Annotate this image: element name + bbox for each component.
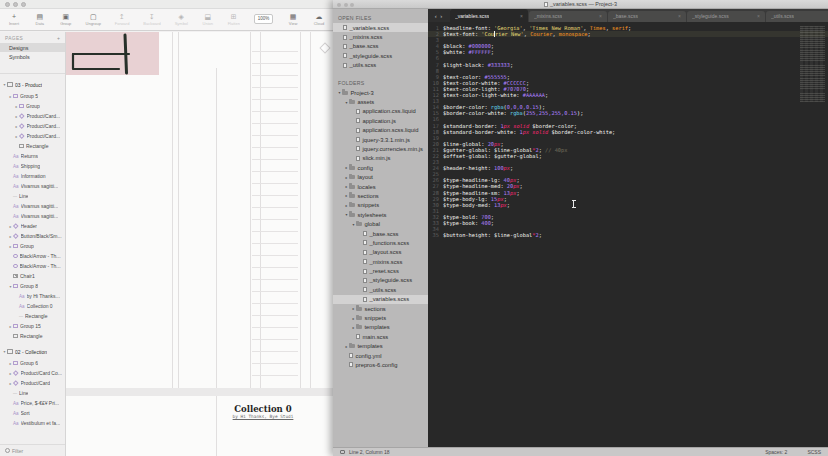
data-button[interactable]: ▤Data xyxy=(34,13,46,26)
close-window-button[interactable] xyxy=(5,2,10,7)
code-area[interactable]: 1$headline-font: 'Georgia', 'Times New R… xyxy=(428,22,828,447)
code-line-35[interactable]: 35$button-height: $line-global*2; xyxy=(428,232,828,238)
collection-text-block[interactable]: Collection 0 by Hi Thanks, Bye Studi xyxy=(213,404,313,419)
layer-group-6[interactable]: ▸Group 6 xyxy=(0,358,65,368)
layer-product-card[interactable]: ▸Product/Card... xyxy=(0,111,65,121)
backward-button[interactable]: ↧Backward xyxy=(143,13,161,26)
editor-window-controls[interactable] xyxy=(337,3,354,7)
layer-line[interactable]: —Line xyxy=(0,191,65,201)
disclosure-closed-icon[interactable]: ▸ xyxy=(8,224,13,229)
layer-product-card[interactable]: ▸Product/Card... xyxy=(0,121,65,131)
file-prepros-6-config[interactable]: prepros-6.config xyxy=(333,360,428,369)
forward-button[interactable]: ↥Forward xyxy=(115,13,130,26)
layers-filter[interactable]: Filter xyxy=(0,444,65,456)
layer-group-8[interactable]: ▾Group 8 xyxy=(0,281,65,291)
file-application-js[interactable]: application.js xyxy=(333,116,428,125)
folder-project-3[interactable]: ▾Project-3 xyxy=(333,88,428,97)
file-slick-min-js[interactable]: slick.min.js xyxy=(333,154,428,163)
zoom-level-button[interactable]: 100% xyxy=(254,14,274,24)
ungroup-button[interactable]: ▢Ungroup xyxy=(86,13,101,26)
layer-product-card[interactable]: ▸Product/Card xyxy=(0,378,65,388)
insert-button[interactable]: +Insert xyxy=(8,13,20,26)
open-file-utils-scss[interactable]: _utils.scss xyxy=(333,61,428,70)
indentation-setting[interactable]: Spaces: 2 xyxy=(765,449,787,455)
file-mixins-scss[interactable]: _mixins.scss xyxy=(333,257,428,266)
file-application-scss-liquid[interactable]: application.scss.liquid xyxy=(333,126,428,135)
folder-templates[interactable]: ▸templates xyxy=(333,342,428,351)
close-tab-icon[interactable]: × xyxy=(517,13,523,19)
file-jquery-currencies-min-js[interactable]: jquery.currencies.min.js xyxy=(333,144,428,153)
layer-02-collection[interactable]: ▾02 - Collection xyxy=(0,345,65,358)
tab-base-scss[interactable]: _base.scss× xyxy=(608,11,686,23)
tab-variables-scss[interactable]: _variables.scss× xyxy=(450,9,528,22)
file-main-scss[interactable]: main.scss xyxy=(333,332,428,341)
folder-locales[interactable]: ▸locales xyxy=(333,182,428,191)
folder-global[interactable]: ▾global xyxy=(333,219,428,228)
layer-header[interactable]: ▸Header xyxy=(0,221,65,231)
layer-03-product[interactable]: ▾03 - Product xyxy=(0,78,65,91)
cloud-button[interactable]: ☁Cloud xyxy=(313,13,325,26)
file-application-css-liquid[interactable]: application.css.liquid xyxy=(333,107,428,116)
file-utils-scss[interactable]: _utils.scss xyxy=(333,285,428,294)
layer-product-card-co[interactable]: ▸Product/Card Co... xyxy=(0,368,65,378)
flatten-button[interactable]: ⊞Flatten xyxy=(228,13,240,26)
open-file-mixins-scss[interactable]: _mixins.scss xyxy=(333,32,428,41)
disclosure-closed-icon[interactable]: ▸ xyxy=(8,371,13,376)
layer-by-hi-thanks[interactable]: Aaby Hi Thanks... xyxy=(0,291,65,301)
file-styleguide-scss[interactable]: _styleguide.scss xyxy=(333,276,428,285)
layer-sort[interactable]: AaSort xyxy=(0,408,65,418)
open-file-variables-scss[interactable]: _variables.scss xyxy=(333,23,428,32)
zoom-window-button[interactable] xyxy=(350,3,354,7)
layer-price-pri[interactable]: AaPrice, $-€£¥ Pri... xyxy=(0,398,65,408)
tab-styleguide-scss[interactable]: _styleguide.scss× xyxy=(687,11,765,23)
disclosure-closed-icon[interactable]: ▸ xyxy=(8,234,13,239)
layer-vivamus-sagitti[interactable]: AaVivamus sagitti... xyxy=(0,181,65,191)
tab-utils-scss[interactable]: _utils.scss× xyxy=(766,11,828,23)
union-button[interactable]: ⬓Union xyxy=(202,13,214,26)
minimize-window-button[interactable] xyxy=(344,3,348,7)
layer-collection-0[interactable]: AaCollection 0 xyxy=(0,301,65,311)
layer-rectangle[interactable]: —Rectangle xyxy=(0,311,65,321)
file-functions-scss[interactable]: _functions.scss xyxy=(333,238,428,247)
folder-sections[interactable]: ▸sections xyxy=(333,191,428,200)
layer-information[interactable]: AaInformation xyxy=(0,171,65,181)
layer-black-arrow-th[interactable]: Black/Arrow - Th... xyxy=(0,261,65,271)
disclosure-closed-icon[interactable]: ▸ xyxy=(14,134,19,139)
open-file-base-scss[interactable]: _base.scss xyxy=(333,42,428,51)
layer-vestibulum-et-fa[interactable]: AaVestibulum et fa... xyxy=(0,418,65,428)
disclosure-closed-icon[interactable]: ▸ xyxy=(14,114,19,119)
close-tab-icon[interactable]: × xyxy=(675,13,681,19)
create-symbol-button[interactable]: ◈Symbol xyxy=(175,13,188,26)
hero-pink-block[interactable] xyxy=(66,32,159,75)
layer-rectangle[interactable]: Rectangle xyxy=(0,331,65,341)
view-button[interactable]: ▦View xyxy=(287,13,299,26)
layer-rectangle[interactable]: Rectangle xyxy=(0,141,65,151)
layer-chair1[interactable]: Chair1 xyxy=(0,271,65,281)
page-item-symbols[interactable]: Symbols xyxy=(0,52,65,61)
file-layout-scss[interactable]: _layout.scss xyxy=(333,248,428,257)
layer-black-arrow-th[interactable]: Black/Arrow - Th... xyxy=(0,251,65,261)
layer-shipping[interactable]: AaShipping xyxy=(0,161,65,171)
folder-templates[interactable]: ▸templates xyxy=(333,323,428,332)
file-base-scss[interactable]: _base.scss xyxy=(333,229,428,238)
close-window-button[interactable] xyxy=(337,3,341,7)
layer-group-15[interactable]: ▸Group 15 xyxy=(0,321,65,331)
open-file-styleguide-scss[interactable]: _styleguide.scss xyxy=(333,51,428,60)
layer-vivamus-sagitti[interactable]: AaVivamus sagitti... xyxy=(0,211,65,221)
layer-product-card[interactable]: ▸Product/Card... xyxy=(0,131,65,141)
folder-layout[interactable]: ▸layout xyxy=(333,172,428,181)
folder-stylesheets[interactable]: ▾stylesheets xyxy=(333,210,428,219)
page-item-designs[interactable]: Designs xyxy=(0,43,65,52)
minimap[interactable] xyxy=(800,26,825,102)
layer-group-5[interactable]: ▸Group 5 xyxy=(0,91,65,101)
file-variables-scss[interactable]: _variables.scss xyxy=(333,295,428,304)
close-tab-icon[interactable]: × xyxy=(754,13,760,19)
tab-nav-arrows[interactable]: ‹ › xyxy=(428,9,450,22)
layer-returns[interactable]: AaReturns xyxy=(0,151,65,161)
layer-vivamus-sagitti[interactable]: AaVivamus sagitti... xyxy=(0,201,65,211)
disclosure-closed-icon[interactable]: ▸ xyxy=(8,381,13,386)
sketch-canvas[interactable]: Collection 0 by Hi Thanks, Bye Studi xyxy=(66,32,333,456)
add-page-button[interactable]: + xyxy=(57,35,60,41)
layer-button-black-sm[interactable]: ▸Button/Black/Sm... xyxy=(0,231,65,241)
group-button[interactable]: ▣Group xyxy=(60,13,72,26)
